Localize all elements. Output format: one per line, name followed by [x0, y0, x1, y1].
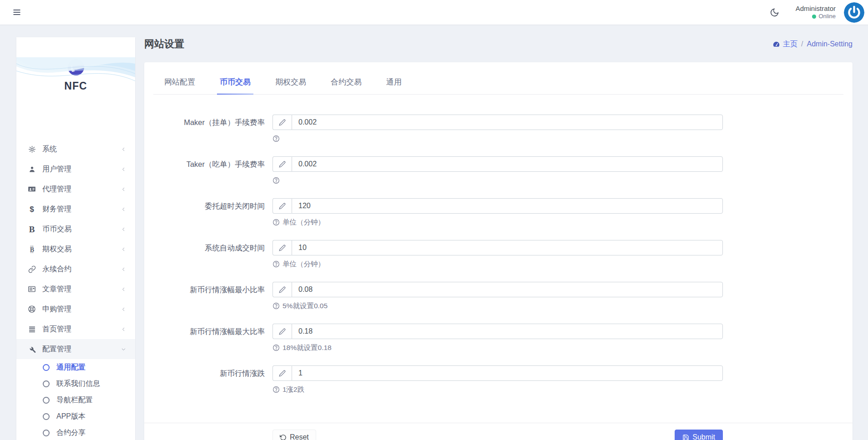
sidebar-item[interactable]: 永续合约	[16, 259, 135, 279]
sidebar-subitem-label: 导航栏配置	[56, 395, 93, 405]
form-field: 系统自动成交时间 单位（分钟）	[164, 240, 843, 269]
sidebar-subitem-label: 合约分享	[56, 428, 86, 438]
tab[interactable]: 合约交易	[328, 73, 364, 94]
pencil-icon	[273, 156, 292, 172]
breadcrumb-current[interactable]: Admin-Setting	[807, 40, 853, 48]
sidebar-item[interactable]: B 币币交易	[16, 219, 135, 239]
tab[interactable]: 币币交易	[217, 73, 253, 94]
help-icon	[273, 344, 280, 351]
id-card-icon	[27, 185, 36, 194]
save-icon	[682, 434, 689, 440]
sidebar-item[interactable]: 首页管理	[16, 319, 135, 339]
moon-icon[interactable]	[767, 4, 783, 20]
sidebar-subitem[interactable]: 通用配置	[16, 359, 135, 375]
sidebar-item-label: 币币交易	[42, 225, 71, 234]
chevron-icon	[121, 327, 126, 332]
newspaper-icon	[27, 285, 36, 294]
breadcrumb: 主页 / Admin-Setting	[772, 40, 853, 49]
form-field: 新币行情涨幅最小比率 5%就设置0.05	[164, 282, 843, 311]
field-hint: 1涨2跌	[283, 385, 304, 395]
pencil-icon	[273, 240, 292, 255]
svg-text:B: B	[30, 246, 34, 253]
life-ring-icon	[27, 305, 36, 314]
field-hint: 5%就设置0.05	[283, 301, 328, 311]
user-status: Online	[818, 13, 836, 20]
sidebar: NFC 系统 用户管理 代理管理 $ 财务管理 B 币币交易 B 期权交易 永续…	[16, 37, 135, 440]
help-icon	[273, 135, 280, 142]
sidebar-subitem[interactable]: 导航栏配置	[16, 392, 135, 408]
sidebar-subitem-label: 通用配置	[56, 363, 86, 372]
field-label: Taker（吃单）手续费率	[164, 156, 265, 185]
bars-icon	[27, 325, 36, 334]
wrench-icon	[27, 345, 36, 354]
help-icon	[273, 177, 280, 184]
pencil-icon	[273, 365, 292, 381]
sidebar-item-label: 期权交易	[42, 245, 71, 254]
sidebar-subitem[interactable]: 联系我们信息	[16, 375, 135, 392]
field-hint: 18%就设置0.18	[283, 343, 332, 353]
circle-icon	[43, 380, 50, 387]
field-label: 新币行情涨跌	[164, 365, 265, 395]
sidebar-item[interactable]: 用户管理	[16, 159, 135, 179]
breadcrumb-home-link[interactable]: 主页	[772, 40, 797, 49]
sidebar-item[interactable]: 配置管理	[16, 339, 135, 359]
tab[interactable]: 通用	[384, 73, 404, 94]
online-dot-icon	[812, 15, 816, 19]
sidebar-item[interactable]: 系统	[16, 139, 135, 159]
field-input[interactable]	[292, 240, 723, 255]
form-field: 新币行情涨跌 1涨2跌	[164, 365, 843, 395]
form-footer: Reset Submit	[144, 423, 853, 440]
help-icon	[273, 260, 280, 268]
tab[interactable]: 网站配置	[161, 73, 198, 94]
chevron-icon	[121, 227, 126, 232]
settings-form: Maker（挂单）手续费率 Taker（吃单）手续费率	[153, 115, 843, 395]
sidebar-item[interactable]: $ 财务管理	[16, 199, 135, 219]
field-label: 系统自动成交时间	[164, 240, 265, 269]
chevron-icon	[121, 347, 126, 352]
circle-icon	[43, 430, 50, 436]
sidebar-item-label: 永续合约	[42, 265, 71, 274]
sidebar-item-label: 用户管理	[42, 165, 71, 174]
tabs-bar: 网站配置币币交易期权交易合约交易通用	[153, 71, 843, 95]
form-field: Maker（挂单）手续费率	[164, 115, 843, 144]
settings-card: 网站配置币币交易期权交易合约交易通用 Maker（挂单）手续费率 Taker（吃…	[144, 62, 853, 440]
hamburger-icon[interactable]	[9, 5, 25, 20]
help-icon	[273, 219, 280, 226]
sidebar-item[interactable]: B 期权交易	[16, 239, 135, 259]
chevron-icon	[121, 267, 126, 272]
field-input[interactable]	[292, 282, 723, 297]
form-field: 委托超时关闭时间 单位（分钟）	[164, 198, 843, 227]
pencil-icon	[273, 324, 292, 339]
sidebar-item[interactable]: 代理管理	[16, 179, 135, 199]
pencil-icon	[273, 115, 292, 130]
dollar-icon: $	[27, 205, 36, 214]
sidebar-subitem[interactable]: 合约分享	[16, 425, 135, 440]
sidebar-item-label: 首页管理	[42, 325, 71, 334]
sidebar-item[interactable]: 申购管理	[16, 299, 135, 319]
chevron-icon	[121, 307, 126, 312]
help-icon	[273, 386, 280, 393]
user-icon	[27, 165, 36, 174]
pencil-icon	[273, 198, 292, 214]
reset-button[interactable]: Reset	[273, 430, 316, 440]
main-content: 网站设置 主页 / Admin-Setting 网站配置币币交易期权交易合约交易…	[135, 25, 868, 440]
field-input[interactable]	[292, 365, 723, 381]
sidebar-item[interactable]: 文章管理	[16, 279, 135, 299]
reset-icon	[280, 434, 287, 440]
field-input[interactable]	[292, 324, 723, 339]
field-input[interactable]	[292, 156, 723, 172]
tab[interactable]: 期权交易	[273, 73, 309, 94]
submit-button[interactable]: Submit	[675, 430, 723, 440]
user-block[interactable]: Administrator Online	[796, 5, 836, 20]
sidebar-subitem[interactable]: APP版本	[16, 408, 135, 425]
wave-decoration	[16, 57, 135, 85]
field-input[interactable]	[292, 198, 723, 214]
gear-icon	[27, 145, 36, 154]
avatar[interactable]	[844, 2, 864, 23]
user-name: Administrator	[796, 5, 836, 13]
circle-icon	[43, 413, 50, 420]
field-input[interactable]	[292, 115, 723, 130]
field-label: 新币行情涨幅最大比率	[164, 324, 265, 353]
field-label: 委托超时关闭时间	[164, 198, 265, 227]
help-icon	[273, 302, 280, 310]
